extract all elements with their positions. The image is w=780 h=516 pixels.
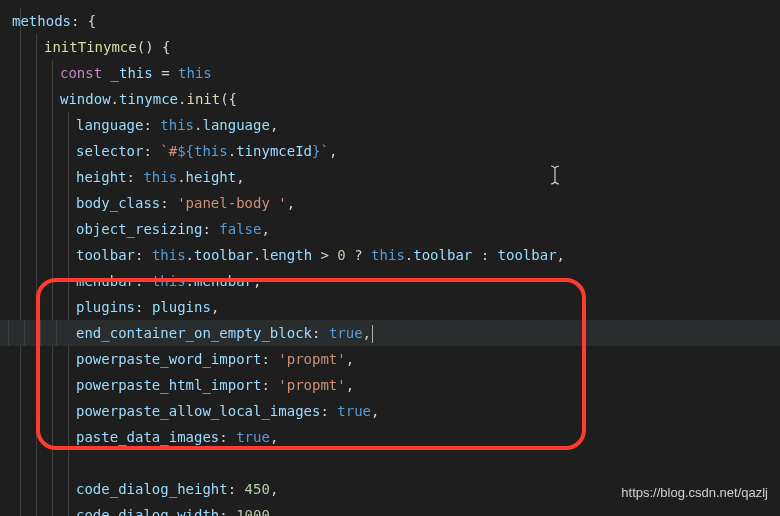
code-line: plugins: plugins, bbox=[12, 294, 780, 320]
token-punct: : { bbox=[71, 13, 96, 29]
code-editor[interactable]: methods: { initTinymce() { const _this =… bbox=[0, 0, 780, 516]
token-punct: , bbox=[270, 481, 278, 497]
token-key: powerpaste_html_import bbox=[76, 377, 261, 393]
token-punct: : bbox=[143, 117, 160, 133]
token-op: > bbox=[312, 247, 337, 263]
token-ident: window bbox=[60, 91, 111, 107]
token-string: 'panel-body ' bbox=[177, 195, 287, 211]
token-ident: toolbar bbox=[498, 247, 557, 263]
token-punct: : bbox=[135, 273, 152, 289]
code-line-blank bbox=[12, 450, 780, 476]
token-punct: ({ bbox=[220, 91, 237, 107]
token-ident: tinymceId bbox=[236, 143, 312, 159]
token-ident: toolbar bbox=[194, 247, 253, 263]
token-ident: length bbox=[261, 247, 312, 263]
token-punct: . bbox=[177, 169, 185, 185]
token-punct: , bbox=[346, 377, 354, 393]
code-line: toolbar: this.toolbar.length > 0 ? this.… bbox=[12, 242, 780, 268]
token-bool: true bbox=[329, 325, 363, 341]
watermark-text: https://blog.csdn.net/qazlj bbox=[621, 480, 768, 506]
token-punct: , bbox=[287, 195, 295, 211]
token-this: this bbox=[152, 273, 186, 289]
token-this: this bbox=[371, 247, 405, 263]
token-punct: . bbox=[228, 143, 236, 159]
token-punct: : bbox=[228, 481, 245, 497]
token-punct: , bbox=[270, 429, 278, 445]
token-key: paste_data_images bbox=[76, 429, 219, 445]
token-this: this bbox=[143, 169, 177, 185]
token-punct: : bbox=[135, 247, 152, 263]
token-key: code_dialog_height bbox=[76, 481, 228, 497]
token-ident: menubar bbox=[194, 273, 253, 289]
token-punct: : bbox=[143, 143, 160, 159]
token-method: init bbox=[186, 91, 220, 107]
token-this: this bbox=[160, 117, 194, 133]
code-line: paste_data_images: true, bbox=[12, 424, 780, 450]
token-key: powerpaste_allow_local_images bbox=[76, 403, 320, 419]
token-this: this bbox=[194, 143, 228, 159]
token-key: object_resizing bbox=[76, 221, 202, 237]
code-line: powerpaste_word_import: 'propmt', bbox=[12, 346, 780, 372]
token-punct: , bbox=[270, 117, 278, 133]
token-key: end_container_on_empty_block bbox=[76, 325, 312, 341]
token-punct: , bbox=[253, 273, 261, 289]
code-line: powerpaste_allow_local_images: true, bbox=[12, 398, 780, 424]
code-line: object_resizing: false, bbox=[12, 216, 780, 242]
token-number: 1000 bbox=[236, 507, 270, 516]
token-punct: . bbox=[186, 273, 194, 289]
code-line: window.tinymce.init({ bbox=[12, 86, 780, 112]
token-ident: tinymce bbox=[119, 91, 178, 107]
token-punct: : bbox=[202, 221, 219, 237]
code-line: const _this = this bbox=[12, 60, 780, 86]
token-punct: : bbox=[219, 429, 236, 445]
token-punct: , bbox=[371, 403, 379, 419]
token-key: plugins bbox=[76, 299, 135, 315]
token-key: powerpaste_word_import bbox=[76, 351, 261, 367]
token-punct: , bbox=[236, 169, 244, 185]
token-bool: true bbox=[337, 403, 371, 419]
token-punct: . bbox=[405, 247, 413, 263]
text-cursor-icon bbox=[372, 325, 373, 343]
token-punct: : bbox=[160, 195, 177, 211]
token-key: language bbox=[76, 117, 143, 133]
token-template: `# bbox=[160, 143, 177, 159]
token-function: initTinymce bbox=[44, 39, 137, 55]
token-key: height bbox=[76, 169, 127, 185]
token-this: this bbox=[170, 65, 212, 81]
token-tmpl-brace: ${ bbox=[177, 143, 194, 159]
token-punct: , bbox=[211, 299, 219, 315]
token-punct: : bbox=[320, 403, 337, 419]
token-ident: toolbar bbox=[413, 247, 472, 263]
token-ident: height bbox=[186, 169, 237, 185]
token-keyword: const bbox=[60, 65, 102, 81]
token-ident: language bbox=[202, 117, 269, 133]
token-key: toolbar bbox=[76, 247, 135, 263]
token-bool: false bbox=[219, 221, 261, 237]
token-string: 'propmt' bbox=[278, 351, 345, 367]
token-key: selector bbox=[76, 143, 143, 159]
code-line: powerpaste_html_import: 'propmt', bbox=[12, 372, 780, 398]
code-line-active: end_container_on_empty_block: true, bbox=[0, 320, 780, 346]
token-string: 'propmt' bbox=[278, 377, 345, 393]
code-line: selector: `#${this.tinymceId}`, bbox=[12, 138, 780, 164]
token-punct: , bbox=[261, 221, 269, 237]
token-punct: , bbox=[346, 351, 354, 367]
code-line: height: this.height, bbox=[12, 164, 780, 190]
token-punct: : bbox=[261, 351, 278, 367]
token-punct: , bbox=[329, 143, 337, 159]
token-this: this bbox=[152, 247, 186, 263]
code-line: menubar: this.menubar, bbox=[12, 268, 780, 294]
token-ident: plugins bbox=[152, 299, 211, 315]
code-line: initTinymce() { bbox=[12, 34, 780, 60]
token-punct: , bbox=[363, 325, 371, 341]
token-punct: , bbox=[557, 247, 565, 263]
token-punct: : bbox=[135, 299, 152, 315]
token-punct: : bbox=[261, 377, 278, 393]
token-punct: () { bbox=[137, 39, 171, 55]
token-punct: . bbox=[111, 91, 119, 107]
token-punct: : bbox=[127, 169, 144, 185]
code-line: methods: { bbox=[12, 8, 780, 34]
token-key: menubar bbox=[76, 273, 135, 289]
token-op: = bbox=[161, 65, 169, 81]
code-line: body_class: 'panel-body ', bbox=[12, 190, 780, 216]
